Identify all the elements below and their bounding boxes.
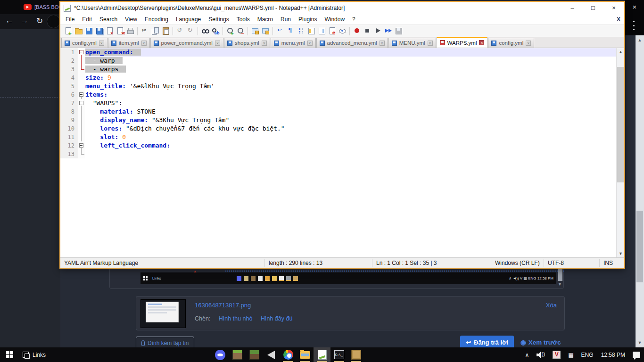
fold-collapse-icon[interactable] [79, 101, 83, 105]
editor-scroll-down[interactable]: ▼ [617, 250, 624, 257]
toolbar-document-map-button[interactable] [316, 26, 327, 36]
tab-shops.yml[interactable]: shops.ymlx [224, 38, 270, 48]
tab-config.yml[interactable]: config.ymlx [61, 38, 107, 48]
fold-margin[interactable] [78, 116, 85, 124]
menu-view[interactable]: View [121, 14, 141, 25]
menu-window[interactable]: Window [321, 14, 348, 25]
toolbar-undo-button[interactable] [175, 26, 185, 36]
post-editor-scroll-down[interactable]: ▼ [558, 282, 562, 287]
tab-close-icon[interactable]: x [262, 41, 267, 46]
insert-thumbnail-link[interactable]: Hình thu nhỏ [219, 315, 253, 322]
scroll-up-arrow[interactable]: ▲ [636, 36, 644, 44]
browser-close-button[interactable]: × [629, 2, 640, 12]
scroll-down-arrow[interactable]: ▼ [636, 339, 644, 346]
tab-close-icon[interactable]: x [526, 41, 531, 46]
toolbar-paste-button[interactable] [160, 26, 171, 36]
maximize-button[interactable]: □ [583, 2, 603, 14]
menu-file[interactable]: File [62, 14, 78, 25]
toolbar-macro-save-button[interactable] [393, 26, 404, 36]
browser-menu-icon[interactable] [633, 21, 635, 30]
tab-power_command.yml[interactable]: power_command.ymlx [150, 38, 223, 48]
menu-encoding[interactable]: Encoding [141, 14, 172, 25]
attachment-delete-link[interactable]: Xóa [546, 302, 557, 309]
tab-close-icon[interactable]: x [479, 40, 484, 45]
toolbar-close-button[interactable] [104, 26, 115, 36]
tab-WARPS.yml[interactable]: WARPS.ymlx [437, 37, 488, 48]
editor-scrollbar-thumb[interactable] [617, 67, 624, 182]
notifications-icon[interactable] [629, 347, 644, 362]
back-button[interactable]: ← [4, 16, 15, 25]
taskbar-command-prompt[interactable]: C:\_ [330, 347, 347, 362]
toolbar-word-wrap-button[interactable] [275, 26, 285, 36]
tab-advanced_menu.yml[interactable]: advanced_menu.ymlx [316, 38, 388, 48]
forward-button[interactable]: → [19, 16, 30, 25]
tab-close-icon[interactable]: x [141, 41, 147, 46]
fold-margin[interactable] [78, 74, 85, 82]
menu-macro[interactable]: Macro [254, 14, 277, 25]
toolbar-macro-stop-button[interactable] [362, 26, 372, 36]
editor-scroll-up[interactable]: ▲ [617, 48, 624, 56]
menu-settings[interactable]: Settings [205, 14, 232, 25]
menu-search[interactable]: Search [96, 14, 121, 25]
links-toolbar[interactable]: Links [23, 352, 46, 358]
tab-close-icon[interactable]: x [380, 41, 385, 46]
attachment-thumbnail[interactable] [140, 299, 186, 328]
fold-collapse-icon[interactable] [79, 92, 83, 97]
toolbar-macro-play-button[interactable] [372, 26, 383, 36]
menu-tools[interactable]: Tools [233, 14, 254, 25]
fold-margin[interactable] [78, 48, 85, 57]
preview-link[interactable]: ◉ Xem trước [520, 338, 561, 346]
post-editor-scrollbar-thumb[interactable] [558, 267, 562, 281]
taskbar-notepad-plus-plus[interactable] [314, 347, 330, 362]
fold-collapse-icon[interactable] [79, 50, 83, 54]
taskbar-minecraft-server[interactable] [347, 347, 364, 362]
insert-fullimage-link[interactable]: Hình đầy đủ [261, 315, 292, 322]
toolbar-open-button[interactable] [73, 26, 83, 36]
avatar[interactable] [47, 15, 60, 28]
fold-collapse-icon[interactable] [79, 143, 83, 148]
language-indicator[interactable]: ENG [578, 347, 597, 362]
toolbar-save-all-button[interactable] [94, 26, 104, 36]
toolbar-save-button[interactable] [83, 26, 94, 36]
toolbar-print-button[interactable] [125, 26, 135, 36]
toolbar-zoom-out-button[interactable] [235, 26, 246, 36]
toolbar-folder-as-workspace-button[interactable] [327, 26, 337, 36]
editor-area[interactable]: 1open_command:2 - warp3 - warps4size: 95… [60, 48, 624, 257]
taskbar-minecraft[interactable] [246, 347, 263, 362]
fold-margin[interactable] [78, 133, 85, 141]
toolbar-copy-button[interactable] [150, 26, 160, 36]
tab-close-icon[interactable]: x [215, 41, 220, 46]
tab-menu.yml[interactable]: menu.ymlx [271, 38, 316, 48]
start-button[interactable] [0, 347, 19, 362]
fold-margin[interactable] [78, 65, 85, 74]
fold-margin[interactable] [78, 99, 85, 107]
toolbar-close-all-button[interactable] [115, 26, 125, 36]
browser-scrollbar[interactable]: ▲ ▼ [636, 35, 644, 347]
tab-MENU.yml[interactable]: MENU.ymlx [388, 38, 436, 48]
toolbar-find-button[interactable] [200, 26, 210, 36]
menu-language[interactable]: Language [172, 14, 205, 25]
minimize-button[interactable]: – [562, 2, 583, 14]
tab-config.yml[interactable]: config.ymlx [488, 38, 534, 48]
fold-margin[interactable] [78, 57, 85, 65]
toolbar-redo-button[interactable] [185, 26, 196, 36]
menu-run[interactable]: Run [277, 14, 295, 25]
menu-?[interactable]: ? [348, 14, 359, 25]
fold-margin[interactable] [78, 150, 85, 158]
taskbar-discord[interactable] [212, 347, 229, 362]
touch-keyboard-icon[interactable]: ▦ [564, 347, 577, 362]
fold-margin[interactable] [78, 90, 85, 99]
taskbar-chrome[interactable] [280, 347, 297, 362]
toolbar-zoom-in-button[interactable] [225, 26, 235, 36]
fold-margin[interactable] [78, 107, 85, 116]
tab-close-icon[interactable]: x [99, 41, 104, 46]
taskbar-speaker-app[interactable] [263, 347, 280, 362]
toolbar-new-file-button[interactable] [63, 26, 73, 36]
toolbar-function-list-button[interactable] [306, 26, 316, 36]
tray-chevron[interactable]: ∧ [521, 347, 533, 362]
embedded-screenshot-image[interactable]: Links ∧ ◄)) V ▦ ENG 12:58 PM [140, 272, 556, 284]
tab-item.yml[interactable]: item.ymlx [108, 38, 150, 48]
menu-edit[interactable]: Edit [78, 14, 96, 25]
fold-margin[interactable] [78, 124, 85, 133]
taskbar-file-explorer[interactable] [297, 347, 314, 362]
